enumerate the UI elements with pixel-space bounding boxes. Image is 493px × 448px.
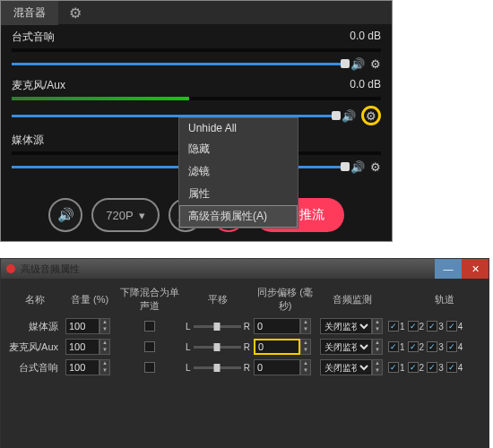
column-header: 名称 bbox=[8, 293, 62, 306]
chevron-down-icon: ▾ bbox=[139, 209, 145, 222]
column-header: 音频监测 bbox=[320, 293, 385, 306]
balance-slider[interactable]: LR bbox=[186, 322, 250, 332]
spinner[interactable]: ▲▼ bbox=[372, 359, 383, 375]
mono-checkbox[interactable] bbox=[144, 321, 155, 332]
speaker-icon[interactable]: 🔊 bbox=[350, 57, 365, 71]
source-name: 麦克风/Aux bbox=[12, 78, 65, 93]
track-checkbox[interactable] bbox=[408, 341, 419, 352]
track-checkbox[interactable] bbox=[427, 362, 437, 373]
advanced-audio-dialog: 高级音频属性 — ✕ 名称音量 (%)下降混合为单声道平移同步偏移 (毫秒)音频… bbox=[0, 258, 489, 448]
spinner[interactable]: ▲▼ bbox=[300, 339, 311, 355]
gear-icon-highlight: ⚙ bbox=[361, 106, 381, 125]
tracks-group: 1234 bbox=[388, 341, 493, 352]
track-checkbox[interactable] bbox=[408, 321, 419, 332]
level-meter bbox=[12, 48, 381, 52]
monitor-select[interactable]: 关闭监视▲▼ bbox=[320, 318, 385, 334]
level-meter bbox=[12, 97, 381, 100]
speaker-icon: 🔊 bbox=[57, 207, 74, 223]
monitor-select[interactable]: 关闭监视▲▼ bbox=[320, 359, 385, 375]
gear-icon[interactable]: ⚙ bbox=[370, 160, 381, 174]
menu-item[interactable]: 滤镜 bbox=[179, 160, 298, 183]
spinner[interactable]: ▲▼ bbox=[372, 339, 383, 355]
menu-item[interactable]: 属性 bbox=[179, 183, 298, 205]
gear-icon[interactable]: ⚙ bbox=[366, 109, 376, 123]
dialog-titlebar: 高级音频属性 — ✕ bbox=[1, 259, 489, 279]
column-header: 音量 (%) bbox=[65, 293, 114, 306]
row-name: 台式音响 bbox=[8, 361, 62, 375]
spinner[interactable]: ▲▼ bbox=[300, 359, 311, 375]
dialog-title: 高级音频属性 bbox=[21, 263, 80, 276]
track-checkbox[interactable] bbox=[446, 362, 457, 373]
spinner[interactable]: ▲▼ bbox=[372, 318, 383, 334]
minimize-button[interactable]: — bbox=[435, 259, 462, 279]
spinner[interactable]: ▲▼ bbox=[300, 318, 311, 334]
column-header: 同步偏移 (毫秒) bbox=[254, 286, 316, 313]
menu-item[interactable]: 隐藏 bbox=[179, 138, 298, 160]
balance-slider[interactable]: LR bbox=[186, 363, 250, 373]
sync-offset-field[interactable]: ▲▼ bbox=[254, 359, 316, 375]
spinner[interactable]: ▲▼ bbox=[99, 318, 110, 334]
source-name: 台式音响 bbox=[12, 30, 55, 45]
track-checkbox[interactable] bbox=[388, 341, 399, 352]
volume-slider[interactable] bbox=[12, 63, 345, 65]
column-header: 轨道 bbox=[388, 293, 493, 306]
volume-field[interactable]: ▲▼ bbox=[65, 318, 114, 334]
mixer-panel: 混音器 ⚙ 台式音响0.0 dB🔊⚙麦克风/Aux0.0 dB🔊⚙媒体源🔊⚙ U… bbox=[0, 0, 393, 242]
header-gear-icon[interactable]: ⚙ bbox=[69, 4, 82, 22]
menu-item[interactable]: Unhide All bbox=[179, 118, 298, 138]
track-checkbox[interactable] bbox=[446, 341, 457, 352]
sync-offset-field[interactable]: ▲▼ bbox=[254, 339, 316, 355]
column-header: 平移 bbox=[186, 293, 250, 306]
tracks-group: 1234 bbox=[388, 362, 493, 373]
track-checkbox[interactable] bbox=[427, 321, 437, 332]
source-name: 媒体源 bbox=[12, 133, 44, 148]
audio-source-row: 台式音响0.0 dB🔊⚙ bbox=[1, 24, 392, 73]
mute-button[interactable]: 🔊 bbox=[48, 198, 82, 232]
table-row: 台式音响▲▼LR▲▼关闭监视▲▼1234 bbox=[8, 359, 481, 375]
track-checkbox[interactable] bbox=[446, 321, 457, 332]
track-checkbox[interactable] bbox=[408, 362, 419, 373]
dialog-body: 名称音量 (%)下降混合为单声道平移同步偏移 (毫秒)音频监测轨道 媒体源▲▼L… bbox=[1, 279, 489, 448]
tracks-group: 1234 bbox=[388, 321, 493, 332]
window-close-button[interactable]: ✕ bbox=[462, 259, 489, 279]
gear-icon[interactable]: ⚙ bbox=[370, 57, 381, 71]
mono-checkbox[interactable] bbox=[144, 341, 155, 352]
row-name: 媒体源 bbox=[8, 320, 62, 333]
monitor-select[interactable]: 关闭监视▲▼ bbox=[320, 339, 385, 355]
speaker-icon[interactable]: 🔊 bbox=[350, 160, 365, 174]
speaker-icon[interactable]: 🔊 bbox=[342, 109, 356, 123]
balance-slider[interactable]: LR bbox=[186, 342, 250, 352]
table-row: 麦克风/Aux▲▼LR▲▼关闭监视▲▼1234 bbox=[8, 339, 481, 355]
menu-advanced-audio[interactable]: 高级音频属性(A) bbox=[179, 205, 298, 228]
track-checkbox[interactable] bbox=[427, 341, 437, 352]
volume-field[interactable]: ▲▼ bbox=[65, 339, 114, 355]
source-db: 0.0 dB bbox=[350, 78, 381, 93]
source-db: 0.0 dB bbox=[350, 30, 381, 45]
mixer-tab[interactable]: 混音器 bbox=[1, 1, 58, 25]
app-icon bbox=[6, 264, 15, 273]
column-header: 下降混合为单声道 bbox=[117, 286, 182, 313]
spinner[interactable]: ▲▼ bbox=[99, 339, 110, 355]
volume-field[interactable]: ▲▼ bbox=[65, 359, 114, 375]
quality-button[interactable]: 720P ▾ bbox=[91, 198, 159, 232]
mixer-header: 混音器 ⚙ bbox=[1, 1, 392, 24]
mono-checkbox[interactable] bbox=[144, 362, 155, 373]
track-checkbox[interactable] bbox=[388, 362, 399, 373]
spinner[interactable]: ▲▼ bbox=[99, 359, 110, 375]
context-menu: Unhide All隐藏滤镜属性 高级音频属性(A) bbox=[178, 117, 298, 228]
row-name: 麦克风/Aux bbox=[8, 340, 62, 354]
sync-offset-field[interactable]: ▲▼ bbox=[254, 318, 316, 334]
track-checkbox[interactable] bbox=[388, 321, 399, 332]
quality-label: 720P bbox=[106, 209, 133, 222]
table-row: 媒体源▲▼LR▲▼关闭监视▲▼1234 bbox=[8, 318, 481, 334]
